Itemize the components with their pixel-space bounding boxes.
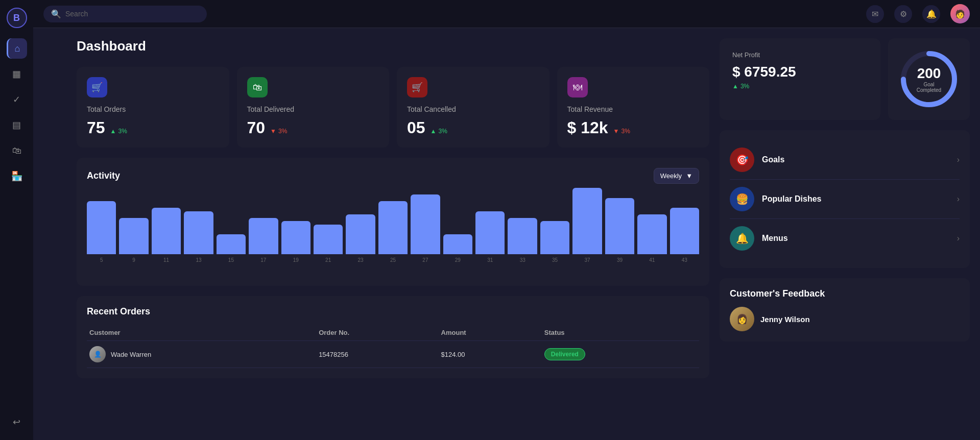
stat-card-total-delivered: 🛍 Total Delivered 70 ▼ 3% [237, 67, 390, 148]
page-title: Dashboard [77, 38, 709, 54]
bar-group: 19 [281, 221, 310, 263]
bar-group: 35 [540, 221, 569, 263]
activity-card: Activity Weekly ▼ 5911131517192123252729… [77, 158, 709, 286]
bar [605, 198, 634, 255]
col-amount: Amount [439, 325, 542, 341]
orders-table: Customer Order No. Amount Status 👤 Wade … [87, 325, 699, 368]
orders-tbody: 👤 Wade Warren 15478256 $124.00 Delivered [87, 341, 699, 368]
customer-cell: 👤 Wade Warren [87, 341, 316, 368]
settings-icon[interactable]: ⚙ [894, 5, 912, 23]
total-orders-change: ▲ 3% [110, 128, 127, 135]
menu-item-goals[interactable]: 🎯 Goals › [730, 140, 960, 180]
bar-group: 25 [378, 201, 408, 263]
bar-group: 17 [249, 218, 278, 263]
goals-icon: 🎯 [730, 148, 754, 172]
bar-label: 25 [390, 257, 396, 263]
col-status: Status [542, 325, 699, 341]
bar-label: 13 [196, 257, 201, 263]
sidebar: B ⌂ ▦ ✓ ▤ 🛍 🏪 ↩ [0, 0, 33, 440]
main-content: Dashboard 🛒 Total Orders 75 ▲ 3% 🛍 Total… [66, 28, 980, 440]
bar-group: 29 [443, 234, 472, 263]
sidebar-item-shop[interactable]: 🏪 [7, 166, 27, 186]
bar-group: 39 [605, 198, 634, 263]
bar [249, 218, 278, 255]
bar [475, 211, 505, 255]
period-select[interactable]: Weekly ▼ [654, 168, 699, 184]
bar-label: 41 [649, 257, 655, 263]
total-revenue-icon: 🍽 [567, 77, 588, 97]
right-menu-card: 🎯 Goals › 🍔 Popular Dishes › 🔔 Menus › [720, 130, 970, 268]
user-avatar[interactable]: 🧑 [950, 4, 970, 23]
sidebar-item-orders[interactable]: ✓ [7, 89, 27, 110]
bar-label: 17 [260, 257, 266, 263]
right-panel: Net Profit $ 6759.25 ▲ 3% 200 Goal Compl… [720, 38, 970, 430]
bar-label: 37 [584, 257, 590, 263]
mail-icon[interactable]: ✉ [866, 5, 884, 23]
sidebar-item-logout[interactable]: ↩ [7, 412, 27, 432]
bar-label: 29 [455, 257, 461, 263]
bar-label: 27 [422, 257, 428, 263]
topbar: 🔍 ✉ ⚙ 🔔 🧑 [33, 0, 980, 28]
chevron-right-icon: › [957, 155, 960, 164]
bar-group: 21 [314, 225, 343, 263]
bar [119, 218, 148, 255]
feedback-card: Customer's Feedback 👩 Jenny Wilson [720, 278, 970, 341]
total-delivered-change: ▼ 3% [270, 128, 287, 135]
bar [637, 214, 666, 254]
feedback-item: 👩 Jenny Wilson [730, 307, 960, 331]
menu-item-menus[interactable]: 🔔 Menus › [730, 219, 960, 258]
order-no: 15478256 [316, 341, 438, 368]
bar-label: 5 [100, 257, 103, 263]
bar-group: 15 [217, 234, 246, 263]
search-bar[interactable]: 🔍 [43, 6, 207, 22]
total-orders-label: Total Orders [87, 105, 219, 113]
notifications-icon[interactable]: 🔔 [922, 5, 940, 23]
total-orders-icon: 🛒 [87, 77, 107, 97]
bar [572, 188, 602, 254]
search-input[interactable] [65, 10, 199, 18]
bar-label: 15 [228, 257, 234, 263]
activity-header: Activity Weekly ▼ [87, 168, 699, 184]
feedback-name: Jenny Wilson [760, 315, 810, 324]
bar-group: 43 [670, 208, 699, 263]
bar [346, 214, 375, 254]
chevron-right-icon: › [957, 234, 960, 243]
bar [152, 208, 181, 254]
stats-row: 🛒 Total Orders 75 ▲ 3% 🛍 Total Delivered… [77, 67, 709, 148]
net-profit-value: $ 6759.25 [732, 64, 796, 80]
bar-group: 41 [637, 214, 666, 263]
goals-label: Goals [762, 155, 949, 164]
bar-group: 5 [87, 201, 116, 263]
chevron-right-icon: › [957, 194, 960, 204]
sidebar-item-home[interactable]: ⌂ [7, 38, 27, 59]
bar [217, 234, 246, 254]
net-profit-card: Net Profit $ 6759.25 ▲ 3% [720, 38, 880, 120]
sidebar-item-chart[interactable]: ▦ [7, 64, 27, 84]
sidebar-item-bag[interactable]: 🛍 [7, 140, 27, 161]
bar-label: 35 [552, 257, 558, 263]
bar-label: 21 [325, 257, 331, 263]
popular-dishes-label: Popular Dishes [762, 194, 949, 204]
sidebar-item-menu[interactable]: ▤ [7, 115, 27, 135]
stat-card-total-orders: 🛒 Total Orders 75 ▲ 3% [77, 67, 229, 148]
bar-group: 23 [346, 214, 375, 263]
status-badge: Delivered [544, 348, 585, 360]
total-revenue-change: ▼ 3% [613, 128, 630, 135]
total-cancelled-icon: 🛒 [407, 77, 427, 97]
bar-label: 23 [358, 257, 364, 263]
total-cancelled-change: ▲ 3% [431, 128, 447, 135]
down-arrow-icon: ▼ [270, 128, 276, 135]
total-delivered-label: Total Delivered [247, 105, 379, 113]
bar [670, 208, 699, 254]
search-icon: 🔍 [51, 9, 61, 19]
activity-bar-chart: 591113151719212325272931333537394143 [87, 194, 699, 276]
popular-dishes-icon: 🍔 [730, 187, 754, 211]
net-profit-label: Net Profit [732, 51, 760, 59]
total-cancelled-label: Total Cancelled [407, 105, 539, 113]
recent-orders-card: Recent Orders Customer Order No. Amount … [77, 296, 709, 378]
bar [281, 221, 310, 254]
app-logo[interactable]: B [7, 8, 27, 28]
total-revenue-label: Total Revenue [567, 105, 700, 113]
menu-item-popular-dishes[interactable]: 🍔 Popular Dishes › [730, 180, 960, 219]
bar [87, 201, 116, 254]
